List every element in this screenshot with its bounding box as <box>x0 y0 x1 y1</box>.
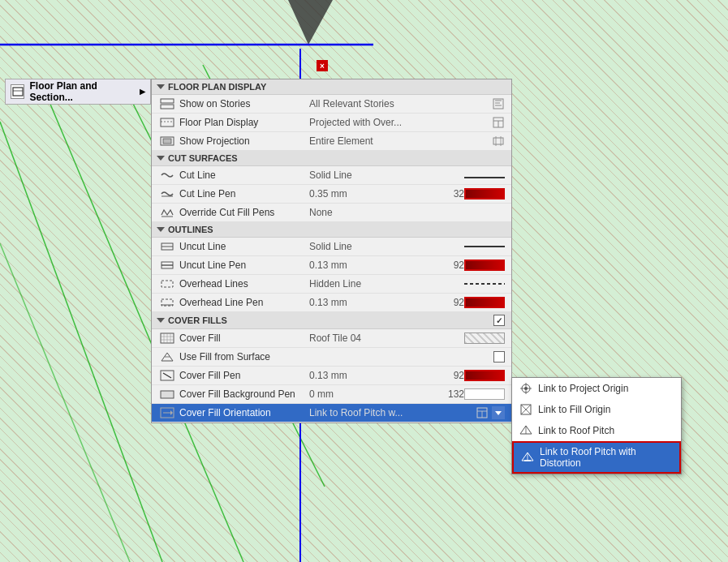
fill-origin-icon <box>519 402 533 417</box>
cut-line-pen-swatch <box>464 188 505 199</box>
row-cover-fill[interactable]: Cover Fill Roof Tile 04 <box>152 329 511 348</box>
override-icon <box>158 205 176 220</box>
cut-line-swatch <box>464 177 505 178</box>
svg-rect-32 <box>162 281 173 287</box>
orientation-icon <box>158 405 176 420</box>
display-settings-icon <box>492 116 505 129</box>
origin-icon <box>519 381 533 396</box>
section-header-cut-surfaces[interactable]: CUT SURFACES <box>152 151 511 166</box>
svg-point-55 <box>524 387 528 390</box>
cover-fill-icon <box>158 331 176 345</box>
svg-rect-22 <box>163 139 171 144</box>
orientation-dropdown-btn[interactable] <box>492 406 505 419</box>
cover-fills-triangle <box>157 318 165 323</box>
svg-marker-51 <box>495 411 502 415</box>
row-overhead-lines[interactable]: Overhead Lines Hidden Line <box>152 275 511 294</box>
row-cut-line-pen[interactable]: Cut Line Pen 0.35 mm 32 <box>152 185 511 204</box>
svg-line-4 <box>0 243 130 562</box>
row-show-on-stories[interactable]: Show on Stories All Relevant Stories <box>152 95 511 114</box>
svg-marker-47 <box>170 410 173 415</box>
context-item-label-project-origin: Link to Project Origin <box>538 383 628 394</box>
stories-settings-icon <box>492 97 505 110</box>
projection-icon <box>158 134 176 148</box>
context-item-label-roof-pitch-distortion: Link to Roof Pitch with Distortion <box>540 446 673 469</box>
svg-rect-23 <box>493 138 503 144</box>
section-header-outlines[interactable]: OUTLINES <box>152 222 511 238</box>
overhead-pen-icon <box>158 295 176 310</box>
overhead-lines-icon <box>158 277 176 291</box>
floor-plan-label[interactable]: Floor Plan and Section... ▶ <box>5 79 151 105</box>
svg-marker-5 <box>288 0 333 45</box>
context-menu: Link to Project Origin Link to Fill Orig… <box>511 377 682 474</box>
row-use-fill-surface[interactable]: Use Fill from Surface <box>152 348 511 367</box>
display-icon <box>158 115 176 130</box>
row-floor-plan-display[interactable]: Floor Plan Display Projected with Over..… <box>152 114 511 132</box>
close-button[interactable]: × <box>317 60 328 71</box>
context-menu-item-fill-origin[interactable]: Link to Fill Origin <box>512 399 681 420</box>
cover-fill-swatch <box>464 332 505 344</box>
context-item-label-fill-origin: Link to Fill Origin <box>538 404 610 415</box>
row-uncut-line[interactable]: Uncut Line Solid Line <box>152 238 511 256</box>
cover-bg-pen-icon <box>158 387 176 401</box>
collapse-triangle <box>157 84 165 89</box>
roof-distortion-icon <box>520 450 535 465</box>
svg-line-0 <box>0 122 162 562</box>
row-override-cut-fill[interactable]: Override Cut Fill Pens None <box>152 204 511 222</box>
outlines-triangle <box>157 227 165 232</box>
cut-line-pen-icon <box>158 187 176 201</box>
svg-rect-44 <box>161 391 174 398</box>
context-menu-item-roof-pitch-distortion[interactable]: Link to Roof Pitch with Distortion <box>512 441 681 474</box>
cover-fills-checkbox[interactable]: ✓ <box>493 315 505 326</box>
use-fill-checkbox[interactable] <box>493 351 505 363</box>
floor-plan-icon <box>11 84 24 99</box>
use-fill-icon <box>158 350 176 364</box>
row-cover-fill-pen[interactable]: Cover Fill Pen 0.13 mm 92 <box>152 367 511 385</box>
row-cover-fill-bg-pen[interactable]: Cover Fill Background Pen 0 mm 132 <box>152 385 511 404</box>
row-cover-fill-orientation[interactable]: Cover Fill Orientation Link to Roof Pitc… <box>152 404 511 423</box>
svg-rect-16 <box>161 118 174 127</box>
projection-settings-icon <box>492 135 505 148</box>
cut-line-icon <box>158 168 176 182</box>
uncut-pen-icon <box>158 258 176 272</box>
cover-fill-pen-swatch <box>464 370 505 381</box>
orientation-settings-icon <box>476 406 489 419</box>
cut-surfaces-triangle <box>157 156 165 161</box>
cover-bg-pen-swatch <box>464 388 505 400</box>
stories-icon <box>158 97 176 111</box>
expand-icon: ▶ <box>140 88 145 96</box>
svg-line-43 <box>163 373 171 378</box>
section-header-cover-fills[interactable]: COVER FILLS ✓ <box>152 312 511 329</box>
overhead-pen-swatch <box>464 297 505 308</box>
properties-panel: FLOOR PLAN DISPLAY Show on Stories All R… <box>151 79 512 423</box>
cover-fill-pen-icon <box>158 368 176 383</box>
svg-rect-10 <box>161 99 174 103</box>
section-header-floor-plan-display[interactable]: FLOOR PLAN DISPLAY <box>152 79 511 95</box>
uncut-line-swatch <box>464 246 505 247</box>
row-show-projection[interactable]: Show Projection Entire Element <box>152 132 511 151</box>
row-overhead-pen[interactable]: Overhead Line Pen 0.13 mm 92 <box>152 294 511 312</box>
svg-rect-8 <box>13 88 23 96</box>
uncut-line-icon <box>158 239 176 254</box>
context-menu-item-roof-pitch[interactable]: Link to Roof Pitch <box>512 420 681 441</box>
context-menu-item-project-origin[interactable]: Link to Project Origin <box>512 378 681 399</box>
row-uncut-line-pen[interactable]: Uncut Line Pen 0.13 mm 92 <box>152 256 511 275</box>
row-cut-line[interactable]: Cut Line Solid Line <box>152 166 511 185</box>
uncut-pen-swatch <box>464 260 505 271</box>
roof-pitch-icon <box>519 423 533 438</box>
overhead-lines-swatch <box>464 283 505 285</box>
floor-plan-text: Floor Plan and Section... <box>29 80 140 103</box>
svg-rect-11 <box>161 105 174 109</box>
context-item-label-roof-pitch: Link to Roof Pitch <box>538 425 614 436</box>
